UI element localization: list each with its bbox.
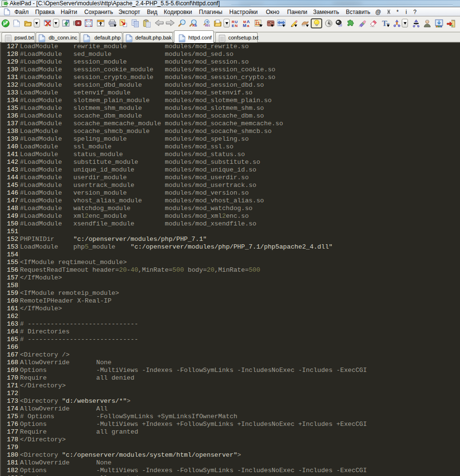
svg-text:N: N <box>235 24 237 27</box>
svg-text:Б: Б <box>195 24 197 27</box>
svg-text:REG: REG <box>205 24 210 27</box>
svg-text:a: a <box>247 24 250 27</box>
svg-text:E: E <box>232 24 235 27</box>
svg-text:M: M <box>243 23 247 27</box>
